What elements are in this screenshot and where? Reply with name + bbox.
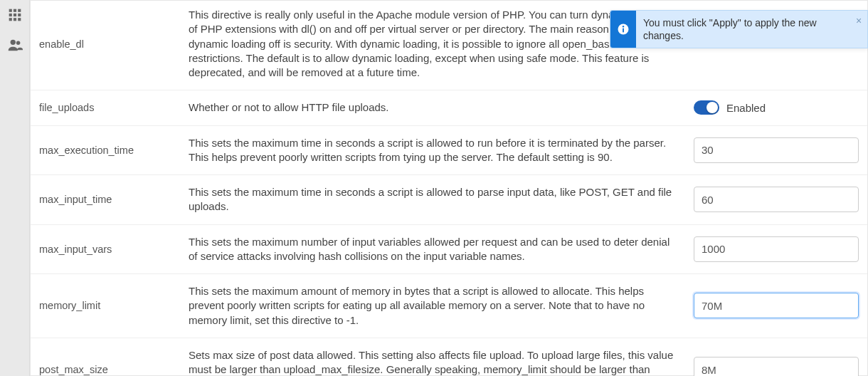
directive-desc: This sets the maximum time in seconds a … [189, 185, 694, 214]
svg-point-9 [10, 40, 15, 45]
directive-name: post_max_size [39, 364, 189, 375]
settings-table: enable_dl This directive is really only … [30, 0, 868, 376]
row-file-uploads: file_uploads Whether or not to allow HTT… [31, 90, 867, 125]
users-icon[interactable] [7, 37, 23, 53]
apply-alert: You must click "Apply" to apply the new … [610, 10, 868, 48]
svg-point-10 [16, 41, 20, 46]
svg-rect-6 [9, 18, 11, 21]
memory-limit-input[interactable] [694, 293, 859, 318]
svg-rect-1 [13, 9, 16, 12]
svg-point-12 [623, 26, 624, 27]
svg-rect-5 [18, 14, 21, 16]
directive-desc: Whether or not to allow HTTP file upload… [189, 100, 694, 115]
file-uploads-toggle[interactable] [694, 100, 719, 115]
directive-name: enable_dl [39, 38, 189, 50]
row-max-input-vars: max_input_vars This sets the maximum num… [31, 225, 867, 275]
directive-name: max_input_vars [39, 244, 189, 255]
row-memory-limit: memory_limit This sets the maximum amoun… [31, 274, 867, 338]
svg-rect-2 [18, 9, 21, 12]
sidebar [0, 0, 30, 376]
toggle-enabled-label: Enabled [726, 102, 766, 114]
svg-rect-13 [623, 28, 624, 33]
directive-name: file_uploads [39, 102, 189, 113]
svg-rect-3 [9, 14, 11, 16]
svg-rect-4 [13, 14, 16, 16]
directive-name: max_input_time [39, 194, 189, 205]
row-max-execution-time: max_execution_time This sets the maximum… [31, 126, 867, 176]
directive-desc: This sets the maximum number of input va… [189, 235, 694, 264]
info-icon [610, 11, 636, 48]
svg-rect-0 [9, 9, 11, 12]
max-input-vars-input[interactable] [694, 236, 859, 262]
post-max-size-input[interactable] [694, 357, 859, 376]
apps-icon[interactable] [7, 7, 23, 23]
directive-desc: Sets max size of post data allowed. This… [189, 348, 694, 376]
row-max-input-time: max_input_time This sets the maximum tim… [31, 175, 867, 225]
directive-name: memory_limit [39, 300, 189, 311]
max-input-time-input[interactable] [694, 187, 859, 212]
directive-name: max_execution_time [39, 145, 189, 156]
alert-close-button[interactable]: × [850, 11, 867, 48]
directive-desc: This sets the maximum amount of memory i… [189, 284, 694, 328]
directive-desc: This sets the maximum time in seconds a … [189, 136, 694, 165]
max-execution-time-input[interactable] [694, 137, 859, 163]
row-post-max-size: post_max_size Sets max size of post data… [31, 338, 867, 376]
alert-message: You must click "Apply" to apply the new … [636, 11, 850, 48]
svg-rect-8 [18, 18, 21, 21]
svg-rect-7 [13, 18, 16, 21]
